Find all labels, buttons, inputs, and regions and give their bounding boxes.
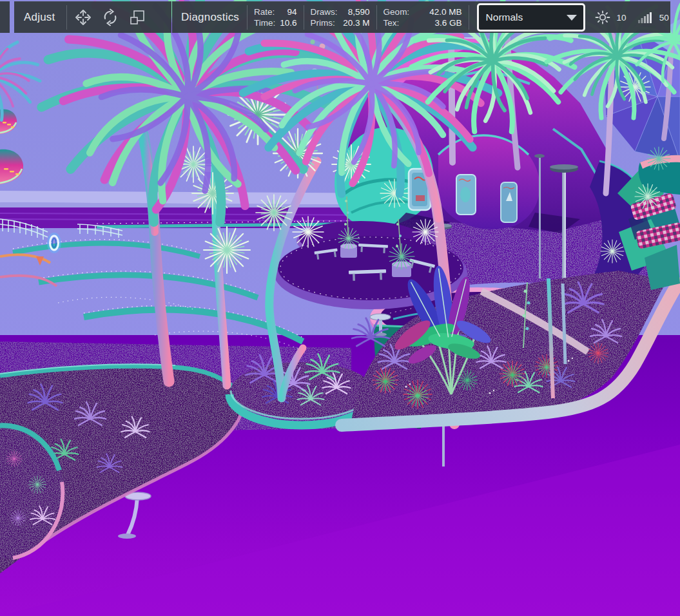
stat-group-draws-prims: Draws: 8,590 Prims: 20.3 M [311,6,370,28]
stat-group-rate-time: Rate: 94 Time: 10.6 [254,6,297,28]
time-label: Time: [254,17,275,28]
scale-tool-button[interactable] [126,5,148,30]
move-icon [74,8,92,26]
tex-label: Tex: [384,17,410,28]
adjust-label: Adjust [14,11,66,24]
prims-label: Prims: [311,17,338,28]
view-mode-selected: Normals [486,12,523,23]
divider [304,5,304,30]
app-window: Adjust Diagnostics Rate: 94 Time: 10.6 [0,0,680,616]
divider [469,5,469,30]
diagnostics-label: Diagnostics [172,11,247,24]
distant-wall [0,191,393,228]
brightness-icon [594,9,611,26]
draws-label: Draws: [311,6,338,17]
rotate-icon [101,8,119,26]
poster-2 [456,175,476,215]
brightness-control[interactable] [594,9,611,26]
signal-bars-icon [637,9,654,26]
toolbar-stub-panel [0,1,10,33]
rotate-tool-button[interactable] [99,5,121,30]
view-mode-dropdown[interactable]: Normals [477,3,585,32]
rate-value: 94 [280,6,296,17]
stat-group-geom-tex: Geom: 42.0 MB Tex: 3.6 GB [384,6,462,28]
toolbar-adjust-panel: Adjust [14,1,171,33]
viewport-3d[interactable] [0,0,680,616]
tex-value: 3.6 GB [414,17,461,28]
divider [66,5,67,30]
poster-3 [501,182,517,222]
toolbar-diagnostics-panel: Diagnostics Rate: 94 Time: 10.6 Draws: 8… [172,1,670,33]
rate-label: Rate: [254,6,275,17]
draws-value: 8,590 [342,6,370,17]
geom-value: 42.0 MB [414,6,461,17]
prims-value: 20.3 M [342,17,370,28]
move-tool-button[interactable] [72,5,94,30]
signal-level-control[interactable] [637,9,654,26]
dropdown-arrow-icon [567,15,577,21]
geom-label: Geom: [384,6,410,17]
brightness-value: 10 [617,13,627,23]
scale-icon [129,9,146,26]
signal-level-value: 50 [659,13,669,23]
divider [376,5,377,30]
time-value: 10.6 [280,17,296,28]
divider [247,5,248,30]
